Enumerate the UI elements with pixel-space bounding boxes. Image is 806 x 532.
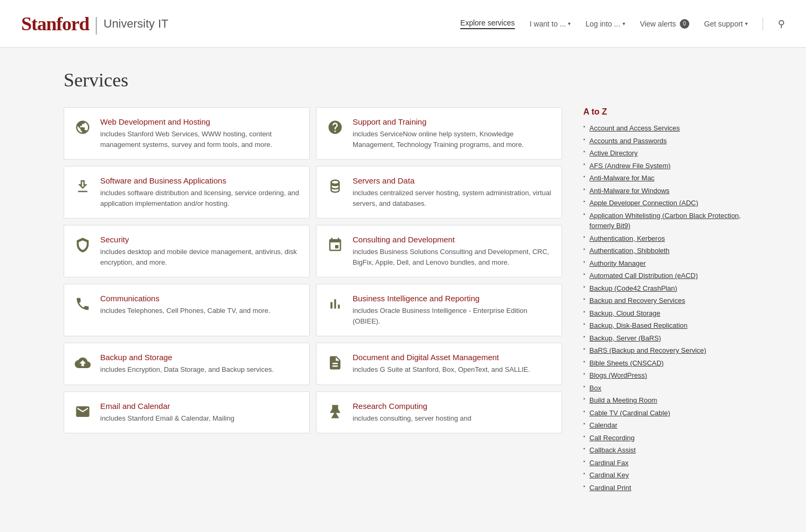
atoz-bullet-icon: ▪ <box>583 234 585 240</box>
service-info: Business Intelligence and Reporting incl… <box>353 294 553 326</box>
atoz-list-item: ▪ Anti-Malware for Windows <box>583 186 742 196</box>
atoz-bullet-icon: ▪ <box>583 186 585 192</box>
service-card-research-computing[interactable]: Research Computing includes consulting, … <box>316 391 562 434</box>
chart-icon <box>325 294 345 314</box>
atoz-link[interactable]: Cardinal Key <box>590 470 629 481</box>
cloud-upload-icon <box>73 353 93 373</box>
atoz-link[interactable]: Calendar <box>590 420 618 431</box>
atoz-bullet-icon: ▪ <box>583 433 585 439</box>
atoz-bullet-icon: ▪ <box>583 173 585 179</box>
atoz-list-item: ▪ BaRS (Backup and Recovery Service) <box>583 345 742 356</box>
envelope-icon <box>73 402 93 422</box>
atoz-bullet-icon: ▪ <box>583 383 585 389</box>
service-card-security[interactable]: Security includes desktop and mobile dev… <box>64 225 310 277</box>
atoz-link[interactable]: Box <box>590 383 601 394</box>
service-title[interactable]: Communications <box>100 294 270 303</box>
atoz-list-item: ▪ Backup, Server (BaRS) <box>583 333 742 344</box>
nav-divider <box>763 18 763 30</box>
service-card-software-biz[interactable]: Software and Business Applications inclu… <box>64 166 310 219</box>
atoz-bullet-icon: ▪ <box>583 346 585 352</box>
service-card-business-intel[interactable]: Business Intelligence and Reporting incl… <box>316 284 562 336</box>
nav-i-want-to[interactable]: I want to ... ▾ <box>530 20 571 28</box>
atoz-link[interactable]: Cable TV (Cardinal Cable) <box>590 408 670 418</box>
atoz-link[interactable]: Authentication, Kerberos <box>590 233 665 244</box>
atoz-bullet-icon: ▪ <box>583 211 585 217</box>
atoz-title: A to Z <box>583 107 742 117</box>
atoz-link[interactable]: Account and Access Services <box>590 123 680 134</box>
atoz-link[interactable]: Backup and Recovery Services <box>590 295 686 306</box>
service-desc: includes G Suite at Stanford, Box, OpenT… <box>353 364 530 375</box>
atoz-link[interactable]: Apple Developer Connection (ADC) <box>590 198 698 208</box>
atoz-link[interactable]: Active Directory <box>590 148 638 159</box>
alerts-badge: 0 <box>680 19 689 29</box>
atoz-list-item: ▪ Anti-Malware for Mac <box>583 173 742 184</box>
atoz-link[interactable]: Backup, Disk-Based Replication <box>590 320 688 331</box>
service-title[interactable]: Consulting and Development <box>353 235 553 244</box>
atoz-list-item: ▪ Authentication, Shibboleth <box>583 246 742 256</box>
nav-view-alerts[interactable]: View alerts 0 <box>640 19 689 29</box>
atoz-link[interactable]: Cardinal Print <box>590 483 632 493</box>
service-title[interactable]: Research Computing <box>353 402 471 411</box>
service-card-communications[interactable]: Communications includes Telephones, Cell… <box>64 284 310 336</box>
service-title[interactable]: Support and Training <box>353 117 553 126</box>
service-card-servers-data[interactable]: Servers and Data includes centralized se… <box>316 166 562 219</box>
service-card-consulting-dev[interactable]: Consulting and Development includes Busi… <box>316 225 562 277</box>
atoz-link[interactable]: AFS (Andrew File System) <box>590 161 671 171</box>
atoz-link[interactable]: Backup (Code42 CrashPlan) <box>590 283 677 294</box>
atoz-list-item: ▪ Cardinal Fax <box>583 458 742 468</box>
atoz-link[interactable]: Accounts and Passwords <box>590 136 667 146</box>
atoz-link[interactable]: Backup, Server (BaRS) <box>590 333 661 344</box>
blocks-icon <box>325 235 345 255</box>
atoz-link[interactable]: Anti-Malware for Mac <box>590 173 655 184</box>
nav-log-into[interactable]: Log into ... ▾ <box>585 20 625 28</box>
atoz-link[interactable]: Automated Call Distribution (eACD) <box>590 271 698 281</box>
atoz-link[interactable]: Backup, Cloud Storage <box>590 308 661 319</box>
atoz-list-item: ▪ Backup, Disk-Based Replication <box>583 320 742 331</box>
service-title[interactable]: Email and Calendar <box>100 402 234 411</box>
atoz-link[interactable]: Anti-Malware for Windows <box>590 186 670 196</box>
atoz-link[interactable]: Blogs (WordPress) <box>590 370 647 381</box>
search-icon[interactable]: ⚲ <box>778 18 785 30</box>
service-title[interactable]: Backup and Storage <box>100 353 274 362</box>
service-desc: includes ServiceNow online help system, … <box>353 129 553 150</box>
atoz-link[interactable]: Authentication, Shibboleth <box>590 246 670 256</box>
atoz-list-item: ▪ Backup, Cloud Storage <box>583 308 742 319</box>
service-card-document-digital[interactable]: Document and Digital Asset Management in… <box>316 343 562 385</box>
atoz-link[interactable]: Build a Meeting Room <box>590 395 658 406</box>
nav-explore-services[interactable]: Explore services <box>460 19 515 29</box>
atoz-link[interactable]: BaRS (Backup and Recovery Service) <box>590 345 706 356</box>
atoz-link[interactable]: Cardinal Fax <box>590 458 629 468</box>
service-title[interactable]: Document and Digital Asset Management <box>353 353 530 362</box>
atoz-bullet-icon: ▪ <box>583 296 585 302</box>
service-info: Consulting and Development includes Busi… <box>353 235 553 267</box>
nav-get-support[interactable]: Get support ▾ <box>704 20 748 28</box>
atoz-link[interactable]: Authority Manager <box>590 258 646 269</box>
service-desc: includes centralized server hosting, sys… <box>353 188 553 208</box>
services-grid: Web Development and Hosting includes Sta… <box>64 107 562 433</box>
atoz-bullet-icon: ▪ <box>583 321 585 327</box>
service-card-web-dev[interactable]: Web Development and Hosting includes Sta… <box>64 107 310 160</box>
atoz-bullet-icon: ▪ <box>583 161 585 167</box>
atoz-bullet-icon: ▪ <box>583 359 585 364</box>
atoz-list-item: ▪ Backup and Recovery Services <box>583 295 742 306</box>
service-card-backup-storage[interactable]: Backup and Storage includes Encryption, … <box>64 343 310 385</box>
atoz-link[interactable]: Application Whitelisting (Carbon Black P… <box>590 211 742 231</box>
atoz-link[interactable]: Callback Assist <box>590 445 636 456</box>
logo-stanford[interactable]: Stanford <box>21 13 89 35</box>
service-desc: includes software distribution and licen… <box>100 188 301 208</box>
question-icon <box>325 117 345 137</box>
service-title[interactable]: Security <box>100 235 301 244</box>
chevron-down-icon: ▾ <box>623 21 625 27</box>
service-card-email-calendar[interactable]: Email and Calendar includes Stanford Ema… <box>64 391 310 434</box>
atoz-bullet-icon: ▪ <box>583 271 585 277</box>
service-title[interactable]: Web Development and Hosting <box>100 117 301 126</box>
service-card-support-training[interactable]: Support and Training includes ServiceNow… <box>316 107 562 160</box>
service-title[interactable]: Business Intelligence and Reporting <box>353 294 553 303</box>
atoz-bullet-icon: ▪ <box>583 421 585 426</box>
atoz-link[interactable]: Call Recording <box>590 433 635 443</box>
service-info: Support and Training includes ServiceNow… <box>353 117 553 150</box>
service-title[interactable]: Servers and Data <box>353 176 553 185</box>
service-title[interactable]: Software and Business Applications <box>100 176 301 185</box>
atoz-link[interactable]: Bible Sheets (CNSCAD) <box>590 358 664 369</box>
chevron-down-icon: ▾ <box>745 21 748 27</box>
